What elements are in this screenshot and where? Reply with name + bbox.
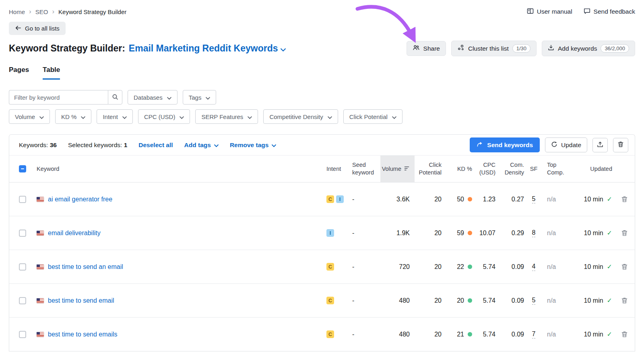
kd-filter-dropdown[interactable]: KD % [55,109,91,124]
tab-table[interactable]: Table [43,66,60,80]
col-keyword[interactable]: Keyword [35,156,320,182]
row-checkbox[interactable] [19,297,26,304]
page-header: Keyword Strategy Builder: Email Marketin… [9,41,635,56]
table-row: best time to send emails C - 480 20 21 5… [9,318,635,351]
sf-value[interactable]: 4 [532,263,536,271]
competitive-density-filter-dropdown[interactable]: Competitive Density [263,109,338,124]
chevron-down-icon [328,113,332,120]
row-checkbox[interactable] [19,331,26,338]
header-actions: Share Cluster this list 1/30 Add keyword… [407,41,635,56]
intent-filter-dropdown[interactable]: Intent [97,109,133,124]
col-top-comp[interactable]: Top Comp. [542,156,566,182]
volume-value: 3.6K [380,183,415,216]
intent-badge-commercial[interactable]: C [326,330,334,338]
delete-selected-button[interactable] [613,138,628,152]
add-keywords-button[interactable]: Add keywords 36/2,000 [542,41,635,56]
delete-row-button[interactable] [621,263,628,270]
check-icon: ✓ [607,195,612,203]
intent-badge-commercial[interactable]: C [326,195,334,203]
col-sf[interactable]: SF [525,156,542,182]
share-button[interactable]: Share [407,41,446,56]
upload-icon [597,141,603,149]
seed-keyword-value: - [348,216,380,250]
sf-value[interactable]: 5 [532,297,536,305]
us-flag-icon [37,265,44,269]
remove-tags-dropdown[interactable]: Remove tags [230,142,276,149]
send-keywords-button[interactable]: Send keywords [470,137,540,152]
row-checkbox[interactable] [19,196,26,203]
seed-keyword-value: - [348,284,380,317]
row-checkbox[interactable] [19,263,26,271]
keyword-filter [9,90,122,105]
cluster-this-list-button[interactable]: Cluster this list 1/30 [451,41,537,56]
intent-badge-commercial[interactable]: C [326,263,334,271]
row-checkbox[interactable] [19,230,26,237]
delete-row-button[interactable] [621,297,628,304]
chevron-down-icon [122,113,127,120]
tags-filter-dropdown[interactable]: Tags [183,90,217,105]
table-header-row: Keyword Intent Seed keyword Volume Click… [9,155,635,183]
col-kd[interactable]: KD % [444,156,475,182]
delete-row-button[interactable] [621,196,628,203]
user-manual-link[interactable]: User manual [527,8,572,16]
col-click-potential[interactable]: Click Potential [415,156,444,182]
col-volume-sorted[interactable]: Volume [380,156,415,182]
delete-row-button[interactable] [621,331,628,338]
keyword-link[interactable]: ai email generator free [48,196,112,203]
sort-descending-icon [404,165,410,173]
deselect-all-link[interactable]: Deselect all [138,142,173,149]
updated-value: 10 min✓ [566,183,614,216]
keyword-link[interactable]: best time to send email [48,297,114,304]
add-tags-dropdown[interactable]: Add tags [184,142,219,149]
sf-value[interactable]: 7 [532,330,536,338]
download-tray-icon [548,45,554,52]
keyword-link[interactable]: best time to send emails [48,331,118,338]
col-updated[interactable]: Updated [566,156,614,182]
tab-pages[interactable]: Pages [9,66,29,80]
intent-badge-informational[interactable]: I [336,195,344,203]
density-value: 0.09 [497,250,525,283]
top-links: User manual Send feedback [527,8,635,16]
keyword-link[interactable]: best time to send an email [48,263,123,271]
keyword-filter-input[interactable] [9,90,108,105]
kd-value: 20 [444,284,475,317]
chevron-down-icon [248,113,252,120]
keyword-link[interactable]: email deliverability [48,230,101,237]
chevron-right-icon: › [52,8,54,16]
cpc-filter-dropdown[interactable]: CPC (USD) [138,109,190,124]
send-feedback-link[interactable]: Send feedback [584,8,635,16]
click-potential-filter-dropdown[interactable]: Click Potential [343,109,402,124]
col-com-density[interactable]: Com. Density [497,156,525,182]
volume-filter-dropdown[interactable]: Volume [9,109,50,124]
serp-features-filter-dropdown[interactable]: SERP Features [195,109,258,124]
chevron-down-icon [392,113,396,120]
share-people-icon [413,45,420,52]
intent-badge-commercial[interactable]: C [326,297,334,304]
col-seed-keyword[interactable]: Seed keyword [348,156,380,182]
keyword-search-button[interactable] [108,90,122,105]
refresh-icon [551,141,557,149]
sf-value[interactable]: 5 [532,195,536,203]
col-intent[interactable]: Intent [320,156,348,182]
density-value: 0.09 [497,318,525,351]
breadcrumb-seo[interactable]: SEO [35,8,48,15]
delete-row-button[interactable] [621,230,628,236]
list-name-dropdown[interactable]: Email Marketing Reddit Keywords [129,43,286,54]
chevron-down-icon [180,113,184,120]
chevron-down-icon [272,142,276,149]
databases-filter-dropdown[interactable]: Databases [128,90,178,105]
update-button[interactable]: Update [545,137,587,152]
go-to-all-lists-button[interactable]: Go to all lists [9,22,66,35]
updated-value: 10 min✓ [566,216,614,250]
col-cpc[interactable]: CPC (USD) [475,156,497,182]
updated-value: 10 min✓ [566,284,614,317]
breadcrumb-home[interactable]: Home [9,8,25,15]
click-potential-value: 20 [415,318,444,351]
sf-value[interactable]: 8 [532,229,536,237]
breadcrumb-current: Keyword Strategy Builder [58,8,126,15]
export-button[interactable] [592,138,608,152]
us-flag-icon [37,332,44,337]
kd-dot-icon [468,332,472,336]
select-all-checkbox[interactable] [19,165,26,172]
intent-badge-informational[interactable]: I [326,229,334,237]
